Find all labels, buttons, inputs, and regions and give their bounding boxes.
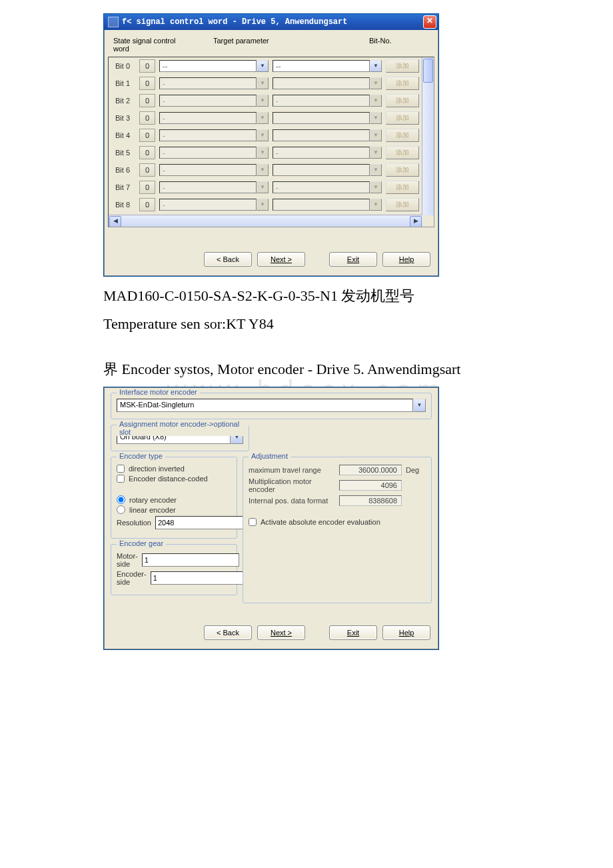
- target-parameter-combo[interactable]: --▼: [159, 60, 269, 72]
- bitno-combo: ▼: [273, 112, 382, 124]
- bit-value: 0: [139, 129, 155, 142]
- activate-absolute-checkbox[interactable]: Activate absolute encoder evaluation: [249, 518, 426, 526]
- bit-label: Bit 4: [115, 131, 135, 139]
- doc-line-3: 界 Encoder systos, Motor encoder - Drive …: [103, 359, 613, 379]
- encoder-gear-legend: Encoder gear: [117, 539, 166, 547]
- wizard-buttons: < Back Next > Exit Help: [104, 609, 438, 649]
- column-headers: State signal control word Target paramet…: [104, 30, 438, 57]
- chevron-down-icon: ▼: [257, 112, 269, 124]
- bitno-combo: ▼: [273, 164, 382, 176]
- wizard-buttons: < Back Next > Exit Help: [104, 227, 438, 276]
- assignment-fieldset: Assignment motor encoder->optional slot …: [111, 425, 249, 451]
- titlebar[interactable]: f< signal control word - Drive 5, Anwend…: [104, 14, 438, 30]
- bit-row: Bit 70-▼-▼添加: [109, 179, 434, 196]
- chevron-down-icon: ▼: [370, 77, 382, 89]
- scroll-left-icon[interactable]: ◀: [109, 216, 121, 227]
- scroll-thumb[interactable]: [423, 59, 433, 83]
- bitno-combo: -▼: [273, 181, 382, 193]
- multiplication-row: Multiplication motor encoder 4096: [249, 477, 426, 493]
- header-target: Target parameter: [193, 37, 362, 53]
- bit-value: 0: [139, 94, 155, 107]
- scroll-right-icon[interactable]: ▶: [410, 216, 422, 227]
- chevron-down-icon: ▼: [257, 181, 269, 193]
- bit-label: Bit 0: [115, 62, 135, 70]
- interface-combo[interactable]: MSK-EnDat-Singleturn ▼: [117, 399, 426, 412]
- exit-button[interactable]: Exit: [329, 252, 377, 267]
- bit-row: Bit 40-▼▼添加: [109, 127, 434, 144]
- add-button: 添加: [386, 198, 419, 211]
- multiplication-value: 4096: [339, 480, 402, 491]
- distance-coded-checkbox[interactable]: Encoder distance-coded: [117, 475, 231, 483]
- direction-inverted-checkbox[interactable]: direction inverted: [117, 465, 231, 473]
- encoder-side-input[interactable]: [151, 571, 248, 585]
- window-title: f< signal control word - Drive 5, Anwend…: [122, 17, 423, 27]
- encoder-side-field: Encoder-side: [117, 570, 231, 586]
- bitno-combo: ▼: [273, 129, 382, 141]
- back-button[interactable]: < Back: [204, 252, 252, 267]
- add-button: 添加: [386, 163, 419, 177]
- target-parameter-combo: -▼: [159, 181, 269, 193]
- bitno-combo: -▼: [273, 95, 382, 107]
- chevron-down-icon[interactable]: ▼: [370, 60, 382, 72]
- assignment-legend: Assignment motor encoder->optional slot: [117, 420, 249, 436]
- encoder-type-legend: Encoder type: [117, 452, 165, 460]
- encoder-window: Interface motor encoder MSK-EnDat-Single…: [103, 387, 439, 650]
- motor-side-field: Motor-side: [117, 552, 231, 568]
- bit-value: 0: [139, 77, 155, 90]
- doc-line-2: Temperature sen sor:KT Y84: [103, 315, 613, 333]
- bit-label: Bit 1: [115, 79, 135, 87]
- chevron-down-icon[interactable]: ▼: [413, 399, 426, 412]
- adjustment-legend: Adjustment: [249, 452, 291, 460]
- chevron-down-icon: ▼: [370, 95, 382, 107]
- bit-row: Bit 20-▼-▼添加: [109, 92, 434, 109]
- bit-row: Bit 10-▼▼添加: [109, 75, 434, 92]
- target-parameter-combo: -▼: [159, 147, 269, 159]
- next-button[interactable]: Next >: [257, 625, 305, 640]
- chevron-down-icon: ▼: [257, 77, 269, 89]
- bitno-combo[interactable]: --▼: [273, 60, 382, 72]
- motor-side-input[interactable]: [142, 553, 239, 567]
- chevron-down-icon: ▼: [257, 164, 269, 176]
- add-button: 添加: [386, 77, 419, 90]
- exit-button[interactable]: Exit: [329, 625, 377, 640]
- chevron-down-icon: ▼: [370, 181, 382, 193]
- target-parameter-combo: -▼: [159, 112, 269, 124]
- chevron-down-icon: ▼: [257, 129, 269, 141]
- bit-value: 0: [139, 111, 155, 125]
- bit-row: Bit 80-▼▼添加: [109, 196, 434, 213]
- bitno-combo: ▼: [273, 77, 382, 89]
- app-icon: [108, 17, 119, 27]
- signal-control-word-window: f< signal control word - Drive 5, Anwend…: [103, 13, 439, 277]
- bit-value: 0: [139, 59, 155, 73]
- bit-label: Bit 8: [115, 201, 135, 209]
- next-button[interactable]: Next >: [257, 252, 305, 267]
- vertical-scrollbar[interactable]: [422, 57, 434, 215]
- bitno-combo: -▼: [273, 147, 382, 159]
- resolution-field: Resolution TP/U: [117, 516, 231, 529]
- bit-label: Bit 3: [115, 114, 135, 122]
- rotary-encoder-radio[interactable]: rotary encoder: [117, 495, 231, 504]
- close-icon[interactable]: ✕: [423, 15, 436, 29]
- help-button[interactable]: Help: [382, 252, 430, 267]
- help-button[interactable]: Help: [382, 625, 430, 640]
- resolution-input[interactable]: [155, 516, 253, 529]
- bit-row: Bit 60-▼▼添加: [109, 161, 434, 179]
- linear-encoder-radio[interactable]: linear encoder: [117, 505, 231, 514]
- interface-fieldset: Interface motor encoder MSK-EnDat-Single…: [111, 393, 432, 419]
- add-button: 添加: [386, 146, 419, 159]
- horizontal-scrollbar[interactable]: ◀ ▶: [109, 215, 422, 227]
- chevron-down-icon: ▼: [370, 129, 382, 141]
- chevron-down-icon: ▼: [257, 147, 269, 159]
- add-button: 添加: [386, 94, 419, 107]
- internal-format-row: Internal pos. data format 8388608: [249, 495, 426, 506]
- bitno-combo: ▼: [273, 199, 382, 211]
- bit-value: 0: [139, 198, 155, 211]
- chevron-down-icon[interactable]: ▼: [257, 60, 269, 72]
- target-parameter-combo: -▼: [159, 95, 269, 107]
- header-bitno: Bit-No.: [362, 37, 429, 53]
- encoder-gear-fieldset: Encoder gear Motor-side Encoder-side: [111, 544, 237, 595]
- bit-row: Bit 00--▼--▼添加: [109, 57, 434, 75]
- back-button[interactable]: < Back: [204, 625, 252, 640]
- bit-label: Bit 5: [115, 149, 135, 157]
- chevron-down-icon: ▼: [370, 199, 382, 211]
